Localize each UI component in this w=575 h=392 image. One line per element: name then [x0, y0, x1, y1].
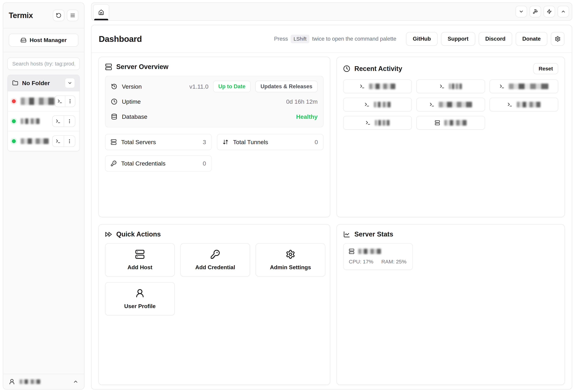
tabbar-actions [515, 3, 572, 20]
app-title: Termix [9, 11, 33, 20]
open-terminal-button[interactable] [52, 136, 64, 147]
server-icon [435, 120, 440, 125]
refresh-button[interactable] [53, 10, 64, 21]
chart-icon [343, 231, 350, 238]
server-icon [349, 248, 354, 254]
activity-item[interactable] [416, 79, 485, 93]
tab-home[interactable] [93, 4, 109, 20]
server-overview-title-row: Server Overview [105, 63, 324, 71]
user-profile-button[interactable]: User Profile [105, 282, 175, 316]
recent-activity-card: Recent Activity Reset [336, 57, 565, 217]
menu-icon [70, 13, 75, 18]
collapse-up-button[interactable] [557, 6, 569, 17]
server-stats-card: Server Stats CPU: 17% RAM: 25% [336, 224, 565, 385]
server-stats-host [349, 248, 407, 254]
folder-collapse-button[interactable] [65, 78, 75, 88]
server-icon [105, 63, 112, 71]
host-row[interactable] [8, 131, 79, 151]
server-icon [111, 139, 117, 145]
add-host-button[interactable]: Add Host [105, 243, 175, 277]
add-host-label: Add Host [127, 264, 152, 271]
hint-prefix: Press [274, 36, 288, 42]
folder-header[interactable]: No Folder [8, 75, 79, 91]
activity-item[interactable] [343, 79, 412, 93]
activity-text-redacted [375, 120, 390, 125]
quick-connect-button[interactable] [544, 6, 555, 17]
add-credential-button[interactable]: Add Credential [180, 243, 250, 277]
header-actions: GitHub Support Discord Donate [406, 32, 565, 46]
uptime-label: Uptime [122, 98, 141, 105]
server-stats-tile[interactable]: CPU: 17% RAM: 25% [343, 243, 413, 270]
activity-item[interactable] [490, 98, 558, 111]
activity-text-redacted [439, 102, 472, 107]
status-dot [12, 119, 16, 123]
activity-text-redacted [444, 120, 467, 125]
host-row[interactable] [8, 91, 79, 111]
host-more-button[interactable] [64, 136, 75, 147]
settings-button[interactable] [551, 32, 565, 46]
username-redacted [20, 379, 40, 384]
github-button[interactable]: GitHub [406, 32, 437, 46]
total-servers-label: Total Servers [121, 139, 156, 146]
server-stats-title-row: Server Stats [343, 230, 558, 238]
more-icon [67, 119, 72, 124]
user-menu[interactable] [3, 374, 84, 389]
up-to-date-badge: Up to Date [213, 81, 251, 92]
menu-button[interactable] [67, 10, 78, 21]
open-terminal-button[interactable] [52, 116, 64, 127]
terminal-icon [364, 102, 370, 107]
sidebar: Termix Host Manager No Folder [3, 2, 84, 390]
terminal-icon [439, 84, 445, 89]
page-title: Dashboard [99, 34, 142, 44]
host-actions [54, 96, 75, 107]
version-row: Version v1.11.0 Up to Date Updates & Rel… [111, 79, 318, 94]
status-dot [12, 99, 16, 103]
terminal-icon [429, 102, 434, 107]
admin-settings-button[interactable]: Admin Settings [256, 243, 325, 277]
support-button[interactable]: Support [441, 32, 475, 46]
activity-item[interactable] [416, 98, 485, 111]
ram-usage: RAM: 25% [381, 259, 407, 265]
more-icon [67, 139, 72, 144]
gear-icon [555, 36, 561, 42]
clock-icon [343, 65, 350, 72]
activity-text-redacted [374, 102, 391, 107]
status-dot [12, 139, 16, 143]
gear-icon [286, 249, 295, 259]
activity-item[interactable] [490, 79, 558, 93]
command-palette-hint: Press LShift twice to open the command p… [274, 35, 396, 43]
reset-button[interactable]: Reset [533, 63, 558, 74]
terminal-icon [55, 119, 61, 124]
server-stats-meta: CPU: 17% RAM: 25% [349, 259, 407, 265]
host-actions [52, 115, 75, 127]
activity-item[interactable] [416, 116, 485, 130]
hint-suffix: twice to open the command palette [312, 36, 396, 42]
tunnels-icon [222, 139, 229, 145]
collapse-down-button[interactable] [515, 6, 527, 17]
terminal-icon [55, 139, 61, 144]
database-health-value: Healthy [296, 113, 318, 120]
host-more-button[interactable] [64, 116, 75, 127]
tab-bar [91, 2, 572, 21]
total-servers-value: 3 [203, 139, 206, 146]
server-name-redacted [358, 249, 381, 254]
search-input[interactable] [7, 57, 80, 70]
main-header: Dashboard Press LShift twice to open the… [91, 25, 572, 53]
clock-icon [111, 98, 117, 105]
host-more-button[interactable] [65, 96, 75, 107]
activity-item[interactable] [343, 116, 412, 130]
uptime-row: Uptime 0d 16h 12m [111, 94, 318, 109]
host-row[interactable] [8, 111, 79, 131]
donate-button[interactable]: Donate [516, 32, 547, 46]
open-terminal-button[interactable] [55, 96, 65, 107]
user-icon [135, 288, 145, 298]
uptime-value: 0d 16h 12m [286, 98, 318, 105]
discord-button[interactable]: Discord [479, 32, 512, 46]
chevron-up-icon [73, 379, 78, 385]
host-manager-button[interactable]: Host Manager [9, 34, 78, 47]
updates-releases-button[interactable]: Updates & Releases [255, 81, 318, 92]
activity-text-redacted [369, 84, 395, 89]
user-profile-label: User Profile [124, 303, 156, 310]
activity-item[interactable] [343, 98, 412, 111]
build-tools-button[interactable] [529, 6, 541, 17]
